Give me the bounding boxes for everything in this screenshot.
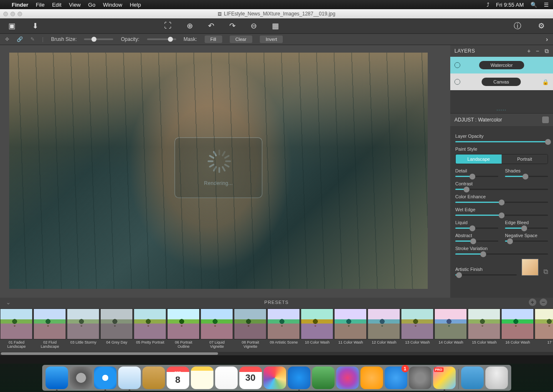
preset-thumb[interactable]: 09 Artistic Scene	[267, 309, 300, 352]
remove-preset-icon[interactable]: −	[540, 298, 547, 306]
color-enhance-slider[interactable]	[455, 202, 548, 203]
zoom-in-icon[interactable]: ⊕	[187, 21, 193, 30]
dock-mail[interactable]	[118, 367, 141, 389]
canvas-image[interactable]: Rendering...	[9, 53, 428, 289]
dock-notes[interactable]	[191, 367, 213, 389]
detail-slider[interactable]	[455, 176, 498, 177]
menu-go[interactable]: Go	[88, 2, 95, 8]
negative-space-slider[interactable]	[505, 240, 548, 242]
crop-icon[interactable]: ⛶	[164, 21, 172, 30]
portrait-option[interactable]: Portrait	[502, 154, 548, 164]
preset-thumb[interactable]: 07 Liquid Vignette	[200, 309, 233, 352]
preset-thumb[interactable]: 08 Portrait Vignette	[234, 309, 267, 352]
preset-thumb[interactable]: 15 Color Wash	[468, 309, 501, 352]
preset-thumb[interactable]: 02 Fluid Landscape	[33, 309, 66, 352]
dock-photos[interactable]	[264, 367, 286, 389]
move-tool-icon[interactable]: ✥	[5, 36, 9, 42]
preset-thumb[interactable]: 10 Color Wash	[301, 309, 334, 352]
presets-thumbnails[interactable]: 01 Faded Landscape02 Fluid Landscape03 L…	[0, 307, 553, 352]
fill-button[interactable]: Fill	[205, 35, 222, 43]
dock-downloads[interactable]	[461, 367, 484, 389]
dock-messages[interactable]	[288, 367, 310, 389]
dock-facetime[interactable]	[312, 367, 335, 389]
finish-swatch[interactable]	[522, 259, 538, 276]
preset-label: 16 Color Wash	[501, 340, 534, 344]
brush-tool-icon[interactable]: ✎	[30, 36, 35, 42]
menu-view[interactable]: View	[69, 2, 81, 8]
menu-list-icon[interactable]: ☰	[544, 2, 549, 8]
opacity-slider[interactable]	[147, 38, 176, 40]
dock-appstore[interactable]: 1	[385, 367, 407, 389]
menu-file[interactable]: File	[36, 2, 45, 8]
contrast-slider[interactable]	[455, 189, 548, 190]
preset-thumb[interactable]: 16 Color Wash	[501, 309, 534, 352]
preset-thumb[interactable]: 11 Color Wash	[334, 309, 367, 352]
link-icon[interactable]: ⧉	[543, 268, 548, 276]
spotlight-icon[interactable]: 🔍	[530, 2, 537, 8]
dock-finder[interactable]	[46, 367, 68, 389]
adjust-menu-icon[interactable]	[542, 116, 549, 123]
layer-opacity-slider[interactable]	[455, 141, 548, 142]
abstract-slider[interactable]	[455, 240, 498, 242]
preset-thumb[interactable]: 01 Faded Landscape	[0, 309, 33, 352]
clear-button[interactable]: Clear	[230, 35, 252, 43]
image-icon[interactable]: ▣	[8, 21, 15, 30]
dock-ibooks[interactable]	[360, 367, 383, 389]
dock-fantastical[interactable]: 30	[239, 367, 262, 389]
preset-thumb[interactable]: 05 Pretty Portrait	[134, 309, 167, 352]
dock-calendar[interactable]: SEP8	[167, 367, 189, 389]
visibility-icon[interactable]	[454, 62, 460, 68]
undo-icon[interactable]: ↶	[208, 21, 214, 30]
shades-slider[interactable]	[505, 176, 548, 177]
menu-help[interactable]: Help	[130, 2, 141, 8]
brush-size-slider[interactable]	[84, 38, 113, 40]
preset-thumb[interactable]: 13 Color Wash	[401, 309, 434, 352]
dock-launchpad[interactable]	[70, 367, 92, 389]
duplicate-layer-icon[interactable]: ⧉	[545, 48, 549, 55]
notification-icon[interactable]: ⤴	[487, 2, 490, 8]
settings-icon[interactable]: ⚙	[538, 21, 545, 30]
fit-icon[interactable]: ▦	[272, 21, 279, 30]
preset-thumb[interactable]: 04 Grey Day	[100, 309, 133, 352]
remove-layer-icon[interactable]: −	[536, 48, 540, 55]
app-name[interactable]: Finder	[12, 2, 28, 8]
dock-preferences[interactable]	[409, 367, 431, 389]
preset-thumb[interactable]: 12 Color Wash	[368, 309, 401, 352]
dock-trash[interactable]	[485, 367, 508, 389]
dock-safari[interactable]	[94, 367, 117, 389]
menu-edit[interactable]: Edit	[52, 2, 61, 8]
invert-button[interactable]: Invert	[260, 35, 283, 43]
preset-thumb[interactable]: 14 Color Wash	[434, 309, 467, 352]
zoom-out-icon[interactable]: ⊖	[251, 21, 257, 30]
layer-row-canvas[interactable]: Canvas 🔒	[450, 73, 553, 90]
landscape-option[interactable]: Landscape	[456, 154, 502, 164]
export-icon[interactable]: ⬇	[32, 21, 38, 30]
preset-thumb[interactable]: 03 Little Stormy	[67, 309, 100, 352]
paint-style-toggle[interactable]: Landscape Portrait	[455, 154, 548, 164]
presets-scrollbar[interactable]	[0, 352, 553, 355]
stroke-variation-slider[interactable]	[455, 253, 548, 255]
wet-edge-slider[interactable]	[455, 215, 548, 216]
preset-thumb[interactable]: 17 T	[535, 309, 553, 352]
visibility-icon[interactable]	[454, 79, 460, 85]
dock-itunes[interactable]	[336, 367, 359, 389]
artistic-finish-slider[interactable]	[455, 274, 517, 276]
redo-icon[interactable]: ↷	[229, 21, 236, 30]
dock-pro-paint[interactable]: PRO	[433, 367, 456, 389]
dock-reminders[interactable]	[215, 367, 238, 389]
dock[interactable]: SEP8301PRO	[42, 365, 511, 391]
link-tool-icon[interactable]: 🔗	[17, 36, 23, 42]
window-controls[interactable]	[3, 12, 22, 16]
liquid-slider[interactable]	[455, 228, 498, 229]
add-layer-icon[interactable]: +	[527, 48, 531, 55]
preset-thumb[interactable]: 06 Portrait Outline	[167, 309, 200, 352]
layer-row-watercolor[interactable]: Watercolor	[450, 57, 553, 73]
info-icon[interactable]: ⓘ	[514, 21, 521, 31]
clock[interactable]: Fri 9:55 AM	[496, 2, 524, 8]
dock-contacts[interactable]	[142, 367, 165, 389]
add-preset-icon[interactable]: +	[529, 298, 536, 306]
collapse-panel-icon[interactable]: ›	[546, 36, 548, 43]
edge-bleed-slider[interactable]	[505, 228, 548, 229]
collapse-presets-icon[interactable]: ⌄	[6, 299, 11, 306]
menu-window[interactable]: Window	[103, 2, 122, 8]
